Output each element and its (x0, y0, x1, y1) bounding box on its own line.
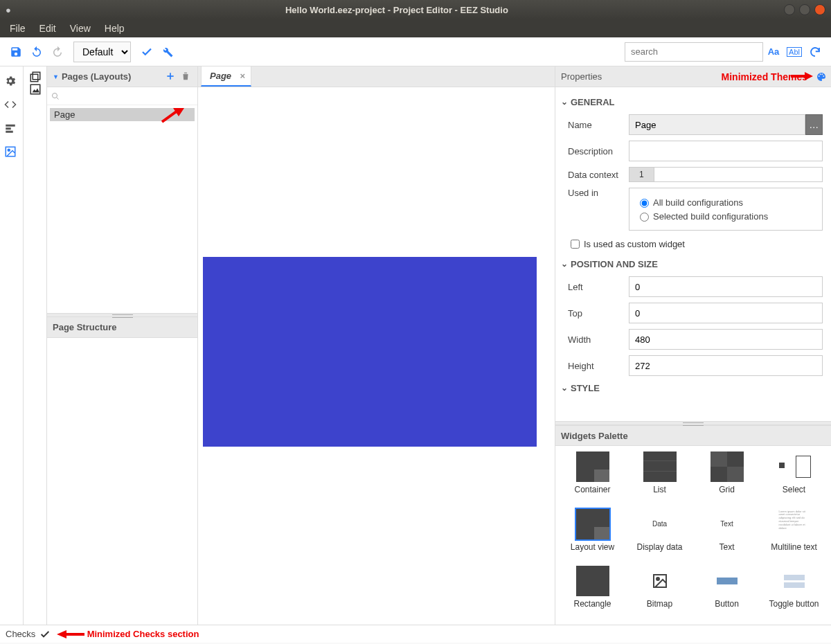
annotation-checks: Minimized Checks section (57, 629, 199, 640)
checks-status-icon[interactable] (39, 629, 51, 640)
svg-marker-10 (32, 89, 39, 93)
svg-point-13 (53, 93, 57, 98)
page-rectangle[interactable] (204, 258, 536, 446)
widgets-palette-header: Widgets Palette (555, 425, 831, 446)
dirty-indicator: ● (6, 5, 11, 15)
description-input[interactable] (629, 141, 823, 161)
properties-body: GENERAL Name … Description Data context … (555, 87, 831, 421)
data-icon[interactable] (4, 122, 19, 137)
main-toolbar: Default Aa Abl (0, 37, 831, 66)
top-label: Top (568, 308, 629, 319)
widget-layout-view[interactable]: Layout view (561, 509, 624, 562)
build-config-select[interactable]: Default (73, 42, 131, 62)
page-list-item[interactable]: Page (50, 108, 195, 121)
top-input[interactable] (629, 303, 823, 323)
close-tab-icon[interactable]: × (240, 71, 245, 81)
right-column: Properties Minimized Themes GENERAL Name… (555, 66, 831, 625)
whole-word-icon[interactable]: Abl (787, 44, 802, 60)
add-page-icon[interactable] (166, 71, 177, 82)
used-in-label: Used in (568, 188, 629, 198)
annotation-arrow-checks (57, 629, 84, 640)
svg-rect-7 (33, 72, 40, 80)
window-minimize-button[interactable] (784, 4, 795, 15)
widget-button[interactable]: Button (695, 566, 758, 619)
height-input[interactable] (629, 355, 823, 376)
description-label: Description (568, 146, 629, 156)
match-case-icon[interactable]: Aa (766, 44, 781, 60)
widget-text[interactable]: TextText (695, 509, 758, 562)
used-in-selected-radio[interactable]: Selected build configurations (636, 211, 815, 222)
build-icon[interactable] (160, 44, 175, 60)
svg-rect-8 (30, 74, 38, 82)
height-label: Height (568, 361, 629, 371)
editor-canvas[interactable] (198, 87, 555, 625)
svg-point-18 (656, 578, 659, 580)
widget-select[interactable]: Select (762, 451, 825, 505)
widget-bitmap[interactable]: Bitmap (628, 566, 691, 619)
name-input[interactable] (629, 114, 805, 135)
image-icon[interactable] (4, 145, 19, 161)
used-in-group: All build configurations Selected build … (629, 188, 823, 231)
window-close-button[interactable] (814, 4, 825, 15)
data-context-tab-1[interactable]: 1 (629, 168, 654, 181)
svg-rect-2 (6, 125, 15, 127)
refresh-icon[interactable] (807, 44, 823, 60)
window-title: Hello World.eez-project - Project Editor… (14, 5, 780, 15)
menu-edit[interactable]: Edit (33, 21, 63, 35)
custom-widget-check[interactable]: Is used as custom widget (558, 233, 825, 255)
redo-icon[interactable] (50, 44, 65, 60)
menu-file[interactable]: File (3, 21, 33, 35)
delete-page-icon[interactable] (181, 71, 192, 82)
themes-icon[interactable] (816, 71, 827, 82)
left-splitter[interactable] (47, 313, 197, 317)
global-search-input[interactable] (625, 42, 763, 62)
name-label: Name (568, 120, 629, 130)
widget-container[interactable]: Container (561, 451, 624, 505)
checks-label[interactable]: Checks (6, 629, 35, 639)
widget-display-data[interactable]: DataDisplay data (628, 509, 691, 562)
widget-rectangle[interactable]: Rectangle (561, 566, 624, 619)
code-icon[interactable] (4, 98, 19, 114)
save-icon[interactable] (8, 44, 24, 60)
widget-multiline-text[interactable]: Lorem ipsum dolor sit amet consectetur a… (762, 509, 825, 562)
properties-title: Properties (561, 71, 602, 82)
editor-tab[interactable]: Page × (201, 66, 251, 87)
search-icon (51, 92, 60, 100)
statusbar: Checks Minimized Checks section (0, 625, 831, 643)
collapse-icon[interactable]: ▼ (53, 73, 59, 80)
used-in-all-radio[interactable]: All build configurations (636, 197, 815, 208)
svg-line-14 (57, 97, 59, 99)
section-general[interactable]: GENERAL (558, 93, 825, 111)
pages-search (47, 87, 197, 105)
width-input[interactable] (629, 329, 823, 350)
window-maximize-button[interactable] (799, 4, 810, 15)
editor-tab-label: Page (210, 71, 231, 81)
menu-view[interactable]: View (63, 21, 98, 35)
section-position[interactable]: POSITION AND SIZE (558, 255, 825, 274)
editor-tabs: Page × (198, 66, 555, 87)
pages-panel-header: ▼ Pages (Layouts) (47, 66, 197, 87)
widget-list[interactable]: List (628, 451, 691, 505)
bitmap-nav-icon[interactable] (29, 83, 42, 96)
pages-search-input[interactable] (62, 91, 193, 102)
svg-rect-4 (6, 131, 13, 133)
widget-grid[interactable]: Grid (695, 451, 758, 505)
data-context-label: Data context (568, 170, 629, 180)
widget-toggle-button[interactable]: Toggle button (762, 566, 825, 619)
svg-point-6 (8, 149, 10, 151)
name-browse-button[interactable]: … (805, 114, 823, 135)
right-splitter[interactable] (555, 421, 831, 425)
section-style[interactable]: STYLE (558, 379, 825, 397)
left-input[interactable] (629, 276, 823, 297)
menu-help[interactable]: Help (98, 21, 132, 35)
check-icon[interactable] (139, 44, 154, 60)
undo-icon[interactable] (29, 44, 44, 60)
svg-rect-3 (6, 127, 11, 129)
pages-icon[interactable] (29, 71, 42, 83)
properties-panel-header: Properties Minimized Themes (555, 66, 831, 87)
svg-rect-9 (30, 84, 40, 94)
navigator-strip (0, 66, 24, 625)
settings-icon[interactable] (4, 75, 19, 90)
navigator-strip-2 (24, 66, 47, 625)
data-context-tabs[interactable]: 1 (629, 167, 823, 182)
